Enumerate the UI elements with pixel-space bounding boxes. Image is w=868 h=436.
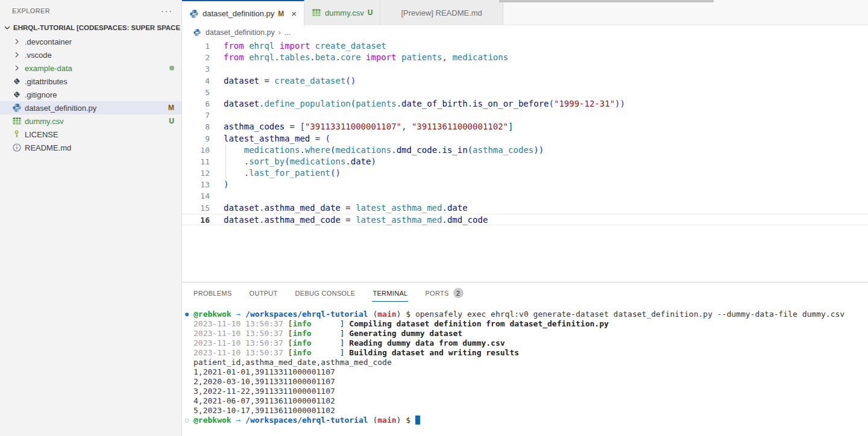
code-text: latest_asthma_med = ( [210, 133, 868, 145]
panel-tab-problems[interactable]: PROBLEMS [193, 282, 233, 304]
code-line-12[interactable]: 12 .last_for_patient() [182, 167, 868, 179]
tab-label: [Preview] README.md [401, 8, 482, 17]
tabbar-scrollbar[interactable] [499, 0, 714, 2]
license-key-icon [12, 129, 23, 139]
line-number: 8 [182, 121, 210, 132]
terminal-line-12: ○@rebkwok → /workspaces/ehrql-tutorial (… [185, 416, 868, 425]
editor-tab-bar: dataset_definition.pyM×dummy.csvU[Previe… [182, 0, 868, 25]
panel-tab-label: OUTPUT [249, 284, 278, 302]
terminal-line-11: 5,2023-10-17,39113611000001102 [185, 406, 868, 416]
workspace-root-folder[interactable]: EHRQL-TUTORIAL [CODESPACES: SUPER SPACE … [0, 20, 181, 35]
chevron-right-icon [12, 50, 23, 60]
terminal-line-4: 2023-11-10 13:50:37 [info ] Reading dumm… [185, 338, 868, 348]
code-line-7[interactable]: 7 [182, 110, 868, 121]
breadcrumb-file[interactable]: dataset_definition.py [206, 28, 275, 37]
terminal-gutter [185, 377, 193, 387]
file-label: .devcontainer [25, 37, 174, 46]
code-text [210, 190, 868, 202]
panel-tab-label: DEBUG CONSOLE [295, 284, 356, 302]
tab-label: dataset_definition.py [203, 9, 274, 18]
sidebar-item--vscode[interactable]: .vscode [0, 48, 181, 61]
tab-dataset-definition-py[interactable]: dataset_definition.pyM× [182, 0, 304, 26]
file-label: example-data [25, 64, 169, 73]
sidebar-item--gitignore[interactable]: .gitignore [0, 88, 181, 101]
breadcrumb-separator: › [278, 28, 281, 37]
code-line-13[interactable]: 13) [182, 179, 868, 190]
code-line-10[interactable]: 10 medications.where(medications.dmd_cod… [182, 145, 868, 156]
file-label: dataset_definition.py [25, 104, 168, 113]
python-icon [12, 103, 23, 113]
terminal-gutter [185, 319, 193, 329]
file-label: .gitattributes [25, 77, 174, 86]
python-icon [189, 9, 199, 19]
panel-tab-output[interactable]: OUTPUT [249, 282, 278, 304]
line-number: 13 [182, 179, 210, 190]
code-line-6[interactable]: 6dataset.define_population(patients.date… [182, 98, 868, 110]
code-line-11[interactable]: 11 .sort_by(medications.date) [182, 156, 868, 167]
sidebar-item-license[interactable]: LICENSE [0, 128, 181, 141]
terminal-line-3: 2023-11-10 13:50:37 [info ] Generating d… [185, 329, 868, 338]
terminal-line-6: patient_id,asthma_med_date,asthma_med_co… [185, 358, 868, 367]
command-decoration-filled-icon: ● [185, 310, 193, 319]
code-editor[interactable]: 1from ehrql import create_dataset2from e… [182, 39, 868, 225]
line-number: 2 [182, 52, 210, 63]
code-line-15[interactable]: 15dataset.asthma_med_date = latest_asthm… [182, 202, 868, 214]
file-label: LICENSE [25, 130, 174, 139]
line-number: 16 [182, 214, 210, 225]
line-number: 7 [182, 110, 210, 121]
chevron-right-icon [12, 63, 23, 73]
code-text: dataset.asthma_med_date = latest_asthma_… [210, 202, 868, 214]
terminal-line-8: 2,2020-03-10,39113311000001107 [185, 377, 868, 387]
sidebar-item-readme-md[interactable]: README.md [0, 141, 181, 154]
sidebar-item-dataset-definition-py[interactable]: dataset_definition.pyM [0, 101, 181, 114]
terminal-gutter [185, 367, 193, 377]
panel-tab-debug-console[interactable]: DEBUG CONSOLE [295, 282, 356, 304]
code-line-5[interactable]: 5 [182, 87, 868, 98]
tab-dummy-csv[interactable]: dummy.csvU [304, 0, 380, 25]
terminal-gutter [185, 348, 193, 358]
terminal-gutter [185, 396, 193, 406]
code-line-1[interactable]: 1from ehrql import create_dataset [182, 40, 868, 52]
code-text: ) [210, 179, 868, 190]
panel-tab-terminal[interactable]: TERMINAL [372, 282, 408, 304]
sidebar-item-example-data[interactable]: example-data [0, 61, 181, 75]
sidebar-item--gitattributes[interactable]: .gitattributes [0, 75, 181, 88]
code-line-4[interactable]: 4dataset = create_dataset() [182, 75, 868, 87]
panel-tab-ports[interactable]: PORTS2 [424, 282, 463, 304]
python-file-icon [193, 28, 201, 37]
explorer-sidebar: EXPLORER ··· EHRQL-TUTORIAL [CODESPACES:… [0, 0, 182, 436]
code-line-2[interactable]: 2from ehrql.tables.beta.core import pati… [182, 52, 868, 63]
code-text: asthma_codes = ["39113311000001107", "39… [210, 121, 868, 132]
terminal[interactable]: ●@rebkwok → /workspaces/ehrql-tutorial (… [182, 304, 868, 425]
breadcrumb-more[interactable]: ... [285, 28, 291, 37]
git-status-badge: U [169, 117, 174, 125]
terminal-gutter [185, 338, 193, 348]
line-number: 1 [182, 40, 210, 52]
ports-count-badge: 2 [453, 288, 464, 298]
code-line-8[interactable]: 8asthma_codes = ["39113311000001107", "3… [182, 121, 868, 132]
explorer-more-actions-icon[interactable]: ··· [161, 8, 173, 14]
csv-table-icon [312, 8, 321, 17]
code-text: from ehrql.tables.beta.core import patie… [210, 52, 868, 63]
code-text: medications.where(medications.dmd_code.i… [210, 145, 868, 156]
sidebar-item-dummy-csv[interactable]: dummy.csvU [0, 114, 181, 128]
code-line-9[interactable]: 9latest_asthma_med = ( [182, 133, 868, 145]
csv-table-icon [12, 116, 23, 126]
untracked-changes-dot [169, 66, 174, 70]
code-line-14[interactable]: 14 [182, 190, 868, 202]
git-status-badge: M [168, 104, 174, 112]
explorer-title: EXPLORER [12, 7, 50, 14]
terminal-gutter [185, 406, 193, 416]
terminal-gutter [185, 329, 193, 338]
line-number: 9 [182, 133, 210, 145]
panel-tab-label: PROBLEMS [193, 284, 233, 302]
code-line-3[interactable]: 3 [182, 63, 868, 75]
line-number: 14 [182, 190, 210, 202]
terminal-cursor[interactable] [415, 416, 420, 425]
tab--preview-readme-md[interactable]: [Preview] README.md [380, 0, 503, 25]
sidebar-item--devcontainer[interactable]: .devcontainer [0, 35, 181, 48]
close-icon[interactable]: × [291, 9, 297, 18]
code-line-16[interactable]: 16dataset.asthma_med_code = latest_asthm… [182, 214, 868, 225]
terminal-line-1: ●@rebkwok → /workspaces/ehrql-tutorial (… [185, 310, 868, 319]
panel-tab-bar: PROBLEMSOUTPUTDEBUG CONSOLETERMINALPORTS… [182, 282, 868, 304]
